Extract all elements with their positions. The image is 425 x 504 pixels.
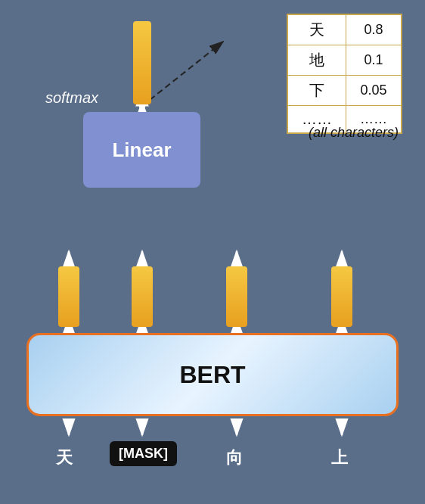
probability-table: 天 0.8 地 0.1 下 0.05 …… …… <box>287 14 402 134</box>
mask-token: [MASK] <box>110 441 177 466</box>
output-embedding-bar <box>133 21 151 104</box>
input-token-3: 向 <box>226 446 243 469</box>
token-rect-2 <box>132 266 153 327</box>
all-characters-label: (all characters) <box>309 125 399 141</box>
table-row: 天 0.8 <box>287 14 402 45</box>
linear-label: Linear <box>112 138 171 162</box>
softmax-label: softmax <box>45 89 98 107</box>
table-row: 地 0.1 <box>287 45 402 76</box>
token-rect-1 <box>58 266 79 327</box>
prob-cell: 0.8 <box>346 14 402 45</box>
input-token-4: 上 <box>331 446 348 469</box>
dashed-arrow-line <box>142 42 223 106</box>
bert-box: BERT <box>26 333 399 416</box>
prob-cell: 0.05 <box>346 76 402 106</box>
linear-box: Linear <box>83 112 200 188</box>
bert-label: BERT <box>179 361 245 389</box>
char-cell: 下 <box>287 76 346 106</box>
char-cell: 天 <box>287 14 346 45</box>
token-rect-3 <box>226 266 247 327</box>
table-row: 下 0.05 <box>287 76 402 106</box>
diagram-container: 天 0.8 地 0.1 下 0.05 …… …… (all characters… <box>0 0 425 504</box>
input-token-1: 天 <box>56 446 73 469</box>
token-rect-4 <box>331 266 352 327</box>
char-cell: 地 <box>287 45 346 76</box>
prob-cell: 0.1 <box>346 45 402 76</box>
